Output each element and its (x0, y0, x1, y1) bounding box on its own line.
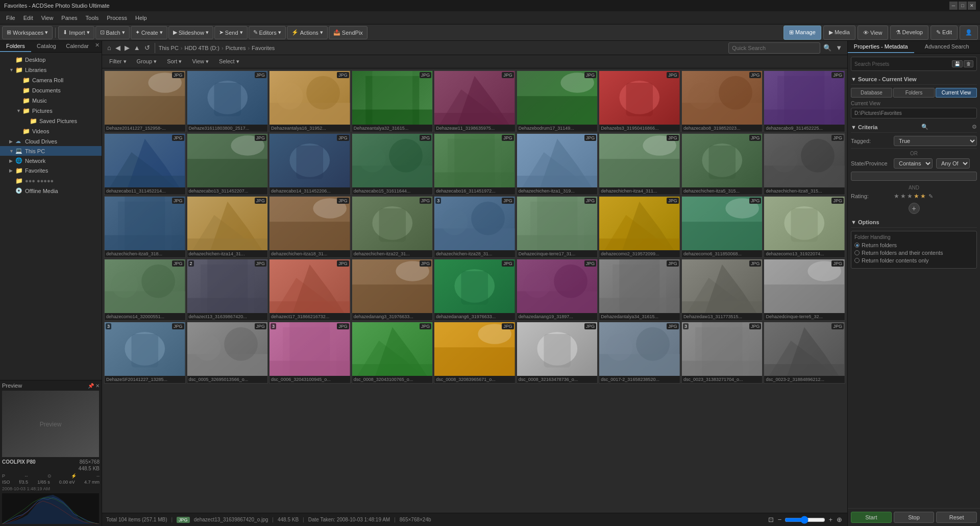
filter-button[interactable]: Filter ▾ (106, 57, 130, 66)
zoom-plus-button[interactable]: + (827, 516, 834, 523)
start-button[interactable]: Start (851, 512, 892, 523)
select-button[interactable]: Select ▾ (216, 57, 242, 66)
menu-edit[interactable]: Edit (19, 13, 37, 22)
grid-cell-6[interactable]: JPG Dehazebodrum17_31149... (517, 70, 598, 132)
grid-cell-14[interactable]: JPG dehazecabo16_311451972... (434, 133, 516, 195)
grid-cell-22[interactable]: JPG dehazechichen-itza22_31... (352, 196, 433, 258)
sort-button[interactable]: Sort ▾ (164, 57, 185, 66)
tab-advanced-search[interactable]: Advanced Search (914, 41, 981, 53)
grid-cell-21[interactable]: JPG dehazechichen-itza18_31... (269, 196, 351, 258)
grid-cell-5[interactable]: JPG Dehazeaw11_3198635975... (434, 70, 516, 132)
breadcrumb-favorites[interactable]: Favorites (252, 45, 275, 51)
grid-cell-7[interactable]: JPG Dehazebs3_31950416866... (599, 70, 680, 132)
menu-tools[interactable]: Tools (82, 13, 103, 22)
grid-cell-4[interactable]: JPG Dehazeantalya32_31615... (352, 70, 433, 132)
tree-this-pc[interactable]: ▼ 💻 This PC (0, 146, 102, 156)
manage-mode-button[interactable]: ⊞ Manage (783, 26, 821, 40)
preset-save-button[interactable]: 💾 (952, 60, 963, 67)
criteria-search-icon[interactable]: 🔍 (921, 124, 928, 130)
share-button[interactable]: 👤 (960, 26, 978, 40)
tree-cloud-drives[interactable]: ▶ ☁ Cloud Drives (0, 136, 102, 146)
grid-cell-13[interactable]: JPG dehazecabo15_31611644... (352, 133, 433, 195)
send-button[interactable]: ➤ Send ▾ (214, 26, 248, 39)
source-database-button[interactable]: Database (851, 88, 892, 98)
grid-cell-38[interactable]: JPG dsc_0005_32695013566_o... (187, 322, 268, 384)
zoom-slider[interactable] (785, 516, 825, 524)
grid-cell-29[interactable]: 2 JPG dehazect13_31639867420... (187, 259, 268, 321)
editors-button[interactable]: ✎ Editors ▾ (249, 26, 286, 39)
grid-cell-18[interactable]: JPG dehazechichen-itza8_315... (764, 133, 845, 195)
tagged-select[interactable]: True False (894, 136, 977, 146)
tree-pictures[interactable]: ▼ 📁 Pictures (0, 106, 102, 116)
criteria-section-header[interactable]: ▼ Criteria 🔍 ⚙ (851, 122, 977, 133)
star-3[interactable]: ★ (907, 193, 913, 200)
grid-cell-40[interactable]: JPG dsc_0008_32043100765_o... (352, 322, 433, 384)
tree-desktop[interactable]: 📁 Desktop (0, 55, 102, 65)
grid-container[interactable]: JPG Dehaze20141227_152958-... JPG Dehaze… (102, 68, 847, 513)
grid-cell-8[interactable]: JPG dehazecabo8_319852023... (681, 70, 763, 132)
grid-cell-32[interactable]: JPG dehazedanang6_31976633... (434, 259, 516, 321)
grid-cell-37[interactable]: 3 JPG DehazeSF20141227_13285... (104, 322, 186, 384)
state-value-input[interactable]: Washington (851, 172, 977, 181)
grid-cell-10[interactable]: JPG dehazecabo11_311452214... (104, 133, 186, 195)
workspaces-button[interactable]: ⊞ Workspaces ▾ (2, 26, 53, 39)
group-button[interactable]: Group ▾ (134, 57, 160, 66)
nav-back-button[interactable]: ◀ (114, 44, 121, 52)
stop-button[interactable]: Stop (894, 512, 935, 523)
source-folders-button[interactable]: Folders (893, 88, 935, 98)
grid-cell-36[interactable]: JPG Dehazedcinque-terre5_32... (764, 259, 845, 321)
nav-up-button[interactable]: ▲ (133, 44, 141, 52)
create-button[interactable]: ✦ Create ▾ (131, 26, 167, 39)
tab-folders[interactable]: Folders (0, 41, 31, 52)
tree-favorites[interactable]: ▶ 📁 Favorites (0, 165, 102, 176)
menu-view[interactable]: View (37, 13, 58, 22)
minimize-button[interactable]: ─ (949, 2, 958, 10)
zoom-minus-button[interactable]: − (777, 516, 783, 523)
grid-cell-16[interactable]: JPG dehazechichen-itza4_311... (599, 133, 680, 195)
star-5[interactable]: ★ (920, 193, 926, 200)
nav-refresh-button[interactable]: ↺ (143, 44, 151, 52)
tree-private[interactable]: 📁 ●●● ●●●●● (0, 176, 102, 186)
grid-cell-20[interactable]: JPG dehazechichen-itza14_31... (187, 196, 268, 258)
source-section-header[interactable]: ▼ Source - Current View (851, 74, 977, 85)
rating-edit-icon[interactable]: ✎ (928, 193, 933, 200)
grid-cell-42[interactable]: JPG dsc_0008_32163478736_o... (517, 322, 598, 384)
grid-cell-35[interactable]: JPG Dehazedaw13_311773515... (681, 259, 763, 321)
nav-home-button[interactable]: ⌂ (106, 44, 112, 52)
grid-cell-19[interactable]: JPG dehazechichen-itza9_318... (104, 196, 186, 258)
star-4[interactable]: ★ (914, 193, 919, 200)
grid-cell-45[interactable]: JPG dsc_0023-2_31884896212... (764, 322, 845, 384)
preset-delete-button[interactable]: 🗑 (964, 60, 973, 67)
sendpix-button[interactable]: 📤 SendPix (329, 26, 368, 39)
grid-cell-25[interactable]: JPG dehazecomo2_319572099... (599, 196, 680, 258)
grid-cell-9[interactable]: JPG dehazecabo9_311452225... (764, 70, 845, 132)
radio-return-contents-only[interactable]: Return folder contents only (854, 257, 973, 264)
zoom-fit-button[interactable]: ⊡ (767, 516, 775, 523)
menu-process[interactable]: Process (103, 13, 131, 22)
grid-cell-1[interactable]: JPG Dehaze20141227_152958-... (104, 70, 186, 132)
tree-documents[interactable]: 📁 Documents (0, 85, 102, 95)
menu-help[interactable]: Help (131, 13, 151, 22)
menu-file[interactable]: File (2, 13, 19, 22)
add-criteria-button[interactable]: + (909, 203, 920, 214)
tree-libraries[interactable]: ▼ 📁 Libraries (0, 65, 102, 75)
grid-cell-12[interactable]: JPG dehazecabo14_311452206... (269, 133, 351, 195)
grid-cell-39[interactable]: 3 JPG dsc_0006_32043100945_o... (269, 322, 351, 384)
close-button[interactable]: ✕ (968, 2, 976, 10)
maximize-button[interactable]: □ (959, 2, 967, 10)
edit-mode-button[interactable]: ✎ Edit (930, 26, 958, 40)
tab-catalog[interactable]: Catalog (31, 41, 62, 52)
grid-cell-43[interactable]: JPG dsc_0017-2_31658238520... (599, 322, 680, 384)
grid-cell-3[interactable]: JPG Dehazeantalya16_31952... (269, 70, 351, 132)
menu-panes[interactable]: Panes (57, 13, 81, 22)
star-1[interactable]: ★ (894, 193, 899, 200)
criteria-add-icon[interactable]: ⚙ (972, 124, 977, 130)
search-options-button[interactable]: ▼ (835, 44, 843, 52)
view-mode-button[interactable]: 👁 View (857, 26, 888, 40)
actions-button[interactable]: ⚡ Actions ▾ (287, 26, 328, 39)
preview-close-button[interactable]: ✕ (95, 383, 100, 389)
search-button[interactable]: 🔍 (822, 44, 832, 52)
batch-button[interactable]: ⊡ Batch ▾ (95, 26, 130, 39)
grid-cell-15[interactable]: JPG dehazechichen-itza1_319... (517, 133, 598, 195)
tree-camera-roll[interactable]: 📁 Camera Roll (0, 75, 102, 85)
